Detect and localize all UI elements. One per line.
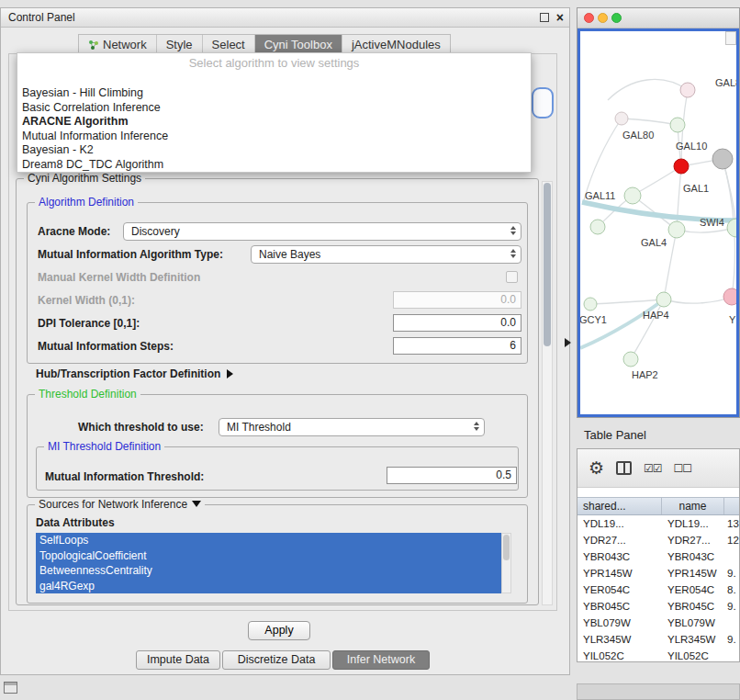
deselect-all-checks-icon[interactable]: ☐☐ — [674, 463, 692, 474]
mi-steps-label: Mutual Information Steps: — [38, 341, 174, 353]
network-node[interactable] — [668, 221, 685, 238]
table-toolbar: ⚙ ☑☑ ☐☐ — [577, 449, 739, 488]
network-window-titlebar[interactable] — [577, 8, 739, 28]
attribute-item[interactable]: gal4RGexp — [36, 579, 501, 594]
network-canvas-frame: GAL8 GAL80 GAL10 GAL11 GAL1 SWI4 GAL4 GC… — [577, 28, 739, 417]
algorithm-option[interactable]: Bayesian - Hill Climbing — [17, 86, 531, 101]
algorithm-option[interactable]: Dream8 DC_TDC Algorithm — [17, 158, 531, 173]
node-label: GAL11 — [585, 190, 615, 201]
settings-scrollbar-thumb[interactable] — [544, 183, 551, 346]
cell-extra — [724, 648, 739, 661]
control-panel-titlebar: Control Panel × — [1, 8, 569, 28]
which-threshold-select[interactable]: MI Threshold — [219, 418, 485, 436]
close-panel-icon[interactable]: × — [556, 9, 564, 26]
tab-jactivemodules[interactable]: jActiveMNodules — [342, 35, 450, 54]
table-row[interactable]: YDL19... YDL19... 13 — [577, 515, 739, 532]
settings-scrollbar[interactable] — [542, 181, 553, 605]
cell-extra: 13 — [724, 515, 739, 532]
attribute-item[interactable]: SelfLoops — [36, 533, 501, 548]
mi-type-select[interactable]: Naive Bayes — [251, 245, 521, 264]
gear-icon[interactable]: ⚙ — [589, 459, 604, 477]
control-panel-window: Control Panel × Network Style Select Cyn… — [0, 7, 570, 675]
node-label: GAL1 — [683, 183, 709, 194]
table-row[interactable]: YBR043C YBR043C — [577, 548, 739, 565]
aracne-mode-select[interactable]: Discovery — [123, 222, 521, 241]
attributes-scrollbar[interactable] — [501, 533, 511, 593]
aracne-mode-label: Aracne Mode: — [38, 226, 110, 238]
tab-select[interactable]: Select — [203, 35, 255, 54]
node-label: GAL10 — [676, 141, 707, 152]
tab-cyni-toolbox[interactable]: Cyni Toolbox — [255, 35, 342, 54]
sources-group-title[interactable]: Sources for Network Inference — [35, 498, 205, 511]
table-row[interactable]: YLR345W YLR345W 9. — [577, 631, 739, 648]
mi-steps-field[interactable]: 6 — [393, 337, 521, 355]
float-panel-icon[interactable] — [540, 13, 549, 22]
network-node-selected[interactable] — [674, 159, 689, 174]
apply-button[interactable]: Apply — [248, 621, 310, 640]
network-node[interactable] — [680, 83, 695, 97]
columns-icon[interactable] — [616, 461, 632, 475]
manual-kernel-checkbox[interactable] — [506, 271, 518, 283]
cell-extra: 9. — [724, 631, 739, 648]
cell-shared: YBL079W — [577, 615, 662, 631]
cell-extra: 9. — [724, 565, 739, 581]
tab-network[interactable]: Network — [79, 35, 157, 54]
network-node[interactable] — [615, 112, 628, 125]
manual-kernel-label: Manual Kernel Width Definition — [38, 272, 200, 284]
expanded-arrow-icon — [192, 501, 201, 507]
threshold-definition-title: Threshold Definition — [35, 388, 140, 401]
table-row[interactable]: YBR045C YBR045C 9. — [577, 598, 739, 615]
cell-name: YBR045C — [662, 598, 724, 615]
select-all-checks-icon[interactable]: ☑☑ — [644, 463, 662, 474]
network-scrollbar-button[interactable] — [725, 31, 736, 45]
splitter-collapse-arrow[interactable] — [565, 338, 571, 347]
network-node[interactable] — [712, 149, 733, 169]
tab-select-label: Select — [212, 38, 245, 51]
network-node[interactable] — [624, 187, 641, 204]
table-row[interactable]: YBL079W YBL079W — [577, 615, 739, 631]
attribute-item[interactable]: TopologicalCoefficient — [36, 548, 501, 564]
cyni-algorithm-settings-title: Cyni Algorithm Settings — [24, 172, 145, 185]
close-window-icon[interactable] — [584, 13, 594, 23]
tab-infer-network[interactable]: Infer Network — [332, 650, 430, 670]
minimize-window-icon[interactable] — [598, 13, 608, 23]
algorithm-option[interactable]: Mutual Information Inference — [17, 130, 531, 144]
tab-impute-data[interactable]: Impute Data — [136, 650, 220, 670]
hub-section-toggle[interactable]: Hub/Transcription Factor Definition — [36, 368, 233, 380]
cell-extra: 8. — [724, 581, 739, 598]
network-node[interactable] — [670, 118, 685, 132]
column-header-shared[interactable]: shared... — [577, 498, 662, 514]
network-canvas[interactable]: GAL8 GAL80 GAL10 GAL11 GAL1 SWI4 GAL4 GC… — [580, 31, 738, 416]
network-node[interactable] — [623, 352, 638, 367]
table-row[interactable]: YIL052C YIL052C — [577, 648, 739, 661]
aracne-mode-value: Discovery — [131, 225, 180, 238]
algorithm-option[interactable]: Bayesian - K2 — [17, 143, 531, 158]
table-header-row: shared... name — [577, 497, 739, 515]
attribute-item[interactable]: BetweennessCentrality — [36, 563, 501, 579]
cell-shared: YDR27... — [577, 532, 662, 548]
network-node[interactable] — [584, 298, 597, 310]
network-node[interactable] — [590, 220, 605, 234]
zoom-window-icon[interactable] — [611, 13, 622, 23]
algorithm-option[interactable]: Basic Correlation Inference — [17, 101, 531, 116]
horizontal-scrollbar-track[interactable] — [577, 683, 740, 700]
column-header-name[interactable]: name — [662, 498, 724, 514]
cell-shared: YPR145W — [577, 565, 662, 581]
network-node[interactable] — [656, 292, 671, 307]
cell-name: YER054C — [662, 581, 724, 598]
column-header-extra[interactable] — [724, 498, 739, 514]
docked-panel-icon[interactable] — [4, 682, 17, 694]
table-row[interactable]: YPR145W YPR145W 9. — [577, 565, 739, 581]
dpi-tolerance-field[interactable]: 0.0 — [393, 314, 521, 332]
tab-style[interactable]: Style — [157, 35, 203, 54]
table-row[interactable]: YER054C YER054C 8. — [577, 581, 739, 598]
mi-threshold-field[interactable]: 0.5 — [387, 467, 517, 484]
cell-shared: YER054C — [577, 581, 662, 598]
table-row[interactable]: YDR27... YDR27... 12 — [577, 532, 739, 548]
table-body: YDL19... YDL19... 13 YDR27... YDR27... 1… — [577, 515, 739, 661]
algorithm-option-selected[interactable]: ARACNE Algorithm — [17, 115, 531, 130]
network-node[interactable] — [723, 288, 738, 305]
node-label: GAL8 — [715, 77, 738, 88]
stepper-arrows-icon — [510, 226, 516, 235]
tab-discretize-data[interactable]: Discretize Data — [222, 650, 331, 670]
